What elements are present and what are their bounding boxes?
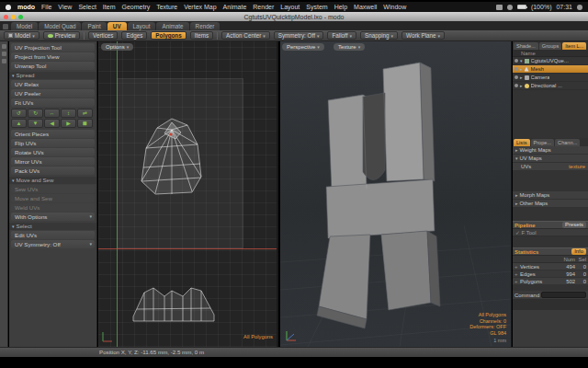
tab-groups[interactable]: Groups (539, 42, 561, 50)
move-down-button[interactable]: ▼ (28, 119, 43, 128)
item-row-mesh[interactable]: Mesh (513, 65, 588, 74)
flip-h-button[interactable]: ↔ (44, 109, 60, 118)
menu-vertex-map[interactable]: Vertex Map (184, 4, 216, 10)
rotate-cw-button[interactable]: ↻ (28, 109, 43, 118)
weight-maps-group[interactable]: Weight Maps (513, 146, 588, 155)
symmetry-dropdown[interactable]: Symmetry: Off (274, 31, 324, 40)
morph-maps-group[interactable]: Morph Maps (513, 191, 588, 200)
menu-item[interactable]: Item (103, 4, 116, 10)
statistics-info-tab[interactable]: Info (571, 248, 586, 255)
item-row-scene[interactable]: CgtutsUVQue... (513, 57, 588, 65)
tool-unwrap[interactable]: Unwrap Tool (11, 62, 95, 70)
visibility-eye-icon[interactable] (514, 84, 518, 87)
expand-icon[interactable] (515, 155, 518, 161)
uv-editor-viewport[interactable]: Options All Polygons (98, 41, 278, 347)
tool-mirror-uvs[interactable]: Mirror UVs (11, 157, 95, 166)
uv-symmetry-dropdown[interactable]: UV Symmetry: Off (11, 240, 95, 248)
battery-icon[interactable] (517, 5, 526, 9)
menu-file[interactable]: File (41, 4, 51, 10)
expand-icon[interactable] (515, 192, 518, 198)
section-spread[interactable]: Spread (9, 72, 96, 79)
tool-fit-uvs[interactable]: Fit UVs (11, 98, 95, 107)
expand-icon[interactable] (515, 201, 518, 206)
tool-uv-peeler[interactable]: UV Peeler (11, 89, 95, 98)
snapping-dropdown[interactable]: Snapping (360, 31, 398, 40)
menu-animate[interactable]: Animate (223, 4, 247, 10)
tool-weld-uvs[interactable]: Weld UVs (11, 203, 95, 212)
polygons-mode-button[interactable]: Polygons (151, 31, 186, 40)
tab-shader-tree[interactable]: Shade... (514, 42, 538, 50)
mode-dropdown[interactable]: Model (4, 31, 40, 40)
expand-icon[interactable] (515, 147, 518, 153)
presets-button[interactable]: Presets (562, 222, 586, 228)
menu-layout[interactable]: Layout (280, 4, 300, 10)
tab-render[interactable]: Render (190, 22, 220, 30)
pack-button[interactable]: ◼ (77, 119, 93, 128)
tab-item-list[interactable]: Item L... (562, 42, 586, 50)
expand-icon[interactable] (520, 58, 523, 63)
menu-help[interactable]: Help (334, 4, 347, 10)
stats-row-edges[interactable]: + Edges 994 0 (513, 270, 588, 278)
flip-v-button[interactable]: ↕ (61, 109, 76, 118)
visibility-eye-icon[interactable] (514, 59, 518, 63)
perspective-viewport[interactable]: Perspective Texture All Polygons Channel… (280, 41, 512, 347)
layout-switcher-icon[interactable] (3, 24, 8, 29)
visibility-eye-icon[interactable] (514, 67, 518, 71)
other-maps-group[interactable]: Other Maps (513, 200, 588, 208)
vertices-mode-button[interactable]: Vertices (88, 31, 118, 40)
falloff-dropdown[interactable]: Falloff (327, 31, 356, 40)
tab-animate[interactable]: Animate (156, 22, 188, 30)
tool-strip-icon[interactable] (2, 59, 6, 63)
tool-orient-pieces[interactable]: Orient Pieces (11, 130, 95, 138)
menu-texture[interactable]: Texture (156, 4, 177, 10)
tool-strip-icon[interactable] (2, 52, 6, 56)
window-titlebar[interactable]: CgtutsUVQuicktipModel.lxo - modo (0, 12, 588, 21)
tool-rotate-uvs[interactable]: Rotate UVs (11, 148, 95, 156)
tab-model[interactable]: Model (11, 22, 38, 30)
tab-properties[interactable]: Prope... (531, 139, 555, 146)
expand-icon[interactable] (520, 66, 523, 72)
clock[interactable]: 07:31 (556, 4, 572, 10)
tab-layout[interactable]: Layout (128, 22, 156, 30)
tab-lists[interactable]: Lists (514, 139, 530, 146)
tool-uv-projection[interactable]: UV Projection Tool (11, 43, 95, 52)
expand-icon[interactable] (520, 83, 523, 88)
visibility-eye-icon[interactable] (514, 75, 518, 79)
move-right-button[interactable]: ▶ (61, 119, 76, 128)
item-row-directional-light[interactable]: Directional ... (513, 82, 588, 90)
preview-button[interactable]: Preview (43, 31, 80, 40)
tab-uv[interactable]: UV (107, 22, 127, 30)
items-mode-button[interactable]: Items (190, 31, 213, 40)
item-row-camera[interactable]: Camera (513, 74, 588, 82)
menu-system[interactable]: System (306, 4, 327, 10)
view-type-dropdown[interactable]: Perspective (282, 43, 324, 51)
stats-row-polygons[interactable]: + Polygons 502 0 (513, 278, 588, 285)
menu-geometry[interactable]: Geometry (121, 4, 150, 10)
action-center-dropdown[interactable]: Action Center (221, 31, 270, 40)
menu-select[interactable]: Select (78, 4, 96, 10)
tab-paint[interactable]: Paint (82, 22, 106, 30)
tool-pack-uvs[interactable]: Pack UVs (11, 167, 95, 175)
move-up-button[interactable]: ▲ (11, 119, 27, 128)
with-options-dropdown[interactable]: With Options (11, 213, 95, 221)
tool-strip-icon[interactable] (2, 44, 6, 49)
apple-menu-icon[interactable] (6, 5, 11, 10)
tool-sew-uvs[interactable]: Sew UVs (11, 185, 95, 193)
work-plane-dropdown[interactable]: Work Plane (401, 31, 445, 40)
stats-row-vertices[interactable]: + Vertices 494 0 (513, 263, 588, 270)
section-move-and-sew[interactable]: Move and Sew (9, 177, 96, 184)
tool-project-from-view[interactable]: Project from View (11, 52, 95, 61)
menu-view[interactable]: View (58, 4, 72, 10)
uv-options-dropdown[interactable]: Options (101, 43, 133, 51)
menu-render[interactable]: Render (253, 4, 274, 10)
tab-channels[interactable]: Chann... (555, 139, 580, 146)
tool-move-and-sew[interactable]: Move and Sew (11, 194, 95, 202)
menu-window[interactable]: Window (383, 4, 406, 10)
spotlight-icon[interactable] (577, 5, 582, 10)
app-menu[interactable]: modo (17, 4, 35, 10)
tool-uv-relax[interactable]: UV Relax (11, 80, 95, 88)
tool-flip-uvs[interactable]: Flip UVs (11, 139, 95, 147)
bluetooth-menu-icon[interactable] (507, 5, 513, 10)
uv-maps-group[interactable]: UV Maps (513, 155, 588, 163)
tool-edit-uvs[interactable]: Edit UVs (11, 231, 95, 239)
